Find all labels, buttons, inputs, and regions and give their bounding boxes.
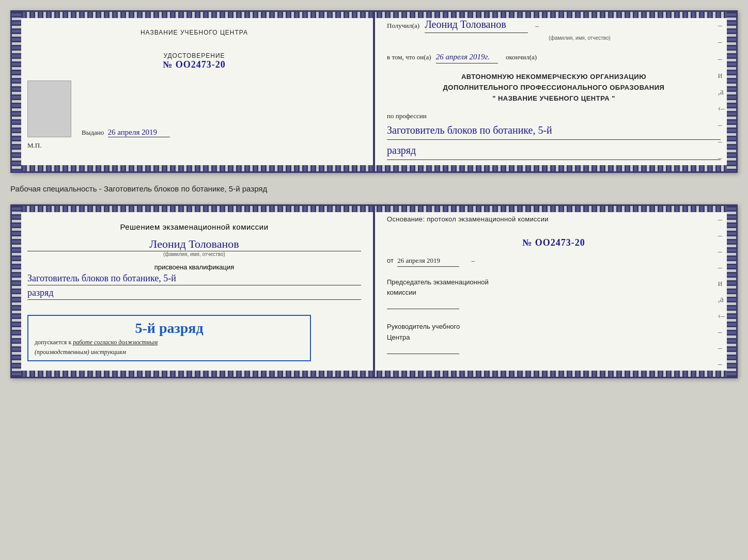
- profession-text-1: Заготовитель блоков по ботанике, 5-й: [387, 122, 721, 140]
- org-block: АВТОНОМНУЮ НЕКОММЕРЧЕСКУЮ ОРГАНИЗАЦИЮ ДО…: [387, 72, 721, 104]
- document-book-1: НАЗВАНИЕ УЧЕБНОГО ЦЕНТРА УДОСТОВЕРЕНИЕ №…: [10, 10, 738, 173]
- org-line1: АВТОНОМНУЮ НЕКОММЕРЧЕСКУЮ ОРГАНИЗАЦИЮ: [387, 72, 721, 83]
- doc2-fio-subtitle: (фамилия, имя, отчество): [27, 251, 361, 257]
- grade-big-text: 5-й разряд: [35, 320, 304, 337]
- cert-number: № OO2473-20: [27, 59, 361, 70]
- ot-label: от: [387, 257, 394, 264]
- grade-box: 5-й разряд допускается к работе согласно…: [27, 315, 311, 361]
- rukovoditel-signature-line: [387, 354, 459, 354]
- right-dashes-2: ––––и,а‹––––: [718, 211, 725, 372]
- vtom-label: в том, что он(а): [387, 53, 431, 61]
- razryad-text-1: разряд: [387, 142, 721, 160]
- org-name: НАЗВАНИЕ УЧЕБНОГО ЦЕНТРА: [498, 94, 610, 102]
- org-name-line: " НАЗВАНИЕ УЧЕБНОГО ЦЕНТРА ": [387, 93, 721, 104]
- mp-label: М.П.: [27, 141, 361, 150]
- protocol-block: № OO2473-20: [387, 235, 721, 250]
- rukovoditel-block: Руководитель учебного Центра: [387, 322, 721, 354]
- vydano-label: Выдано: [82, 129, 104, 136]
- doc2-right-page: ––––и,а‹–––– Основание: протокол экзамен…: [375, 206, 736, 377]
- doc1-right-page: –––и,а‹–––– Получил(а) Леонид Толованов …: [375, 12, 736, 171]
- recipient-line-1: Получил(а) Леонид Толованов –: [387, 16, 721, 33]
- vydano-date: 26 апреля 2019: [108, 128, 170, 137]
- doc2-left-page: Решением экзаменационной комиссии Леонид…: [12, 206, 375, 377]
- org-line2: ДОПОЛНИТЕЛЬНОГО ПРОФЕССИОНАЛЬНОГО ОБРАЗО…: [387, 83, 721, 93]
- ot-block: от 26 апреля 2019 –: [387, 255, 721, 267]
- right-decoration-1: [727, 12, 736, 171]
- photo-placeholder: [27, 81, 71, 137]
- dopuskaetsya-label: допускается к: [35, 339, 71, 346]
- protocol-number: № OO2473-20: [387, 235, 721, 250]
- grade-box-container: 5-й разряд допускается к работе согласно…: [27, 307, 361, 365]
- po-professii-label: по профессии: [387, 111, 721, 122]
- page-container: НАЗВАНИЕ УЧЕБНОГО ЦЕНТРА УДОСТОВЕРЕНИЕ №…: [10, 10, 738, 378]
- dopuskaetsya-work: работе согласно должностным: [73, 339, 158, 346]
- okonchil-label: окончил(а): [506, 53, 537, 61]
- osnование-label: Основание: протокол экзаменационной коми…: [387, 215, 549, 223]
- doc1-bottom-row: Выдано 26 апреля 2019: [27, 81, 361, 137]
- vydano-block: Выдано 26 апреля 2019: [82, 128, 170, 137]
- resheniem-title: Решением экзаменационной комиссии: [27, 221, 361, 232]
- predsedatel-block: Председатель экзаменационной комиссии: [387, 277, 721, 310]
- doc1-header: НАЗВАНИЕ УЧЕБНОГО ЦЕНТРА: [27, 27, 361, 37]
- vtom-date: 26 апреля 2019г.: [436, 51, 498, 63]
- doc2-recipient-name: Леонид Толованов: [27, 237, 361, 251]
- rukovoditel-line2: Центра: [387, 332, 721, 343]
- poluchil-label: Получил(а): [387, 21, 419, 31]
- prisvoena-label: присвоена квалификация: [27, 263, 361, 271]
- doc1-left-page: НАЗВАНИЕ УЧЕБНОГО ЦЕНТРА УДОСТОВЕРЕНИЕ №…: [12, 12, 375, 171]
- document-book-2: Решением экзаменационной комиссии Леонид…: [10, 204, 738, 378]
- doc2-razryad: разряд: [27, 287, 361, 300]
- specialty-label: Рабочая специальность - Заготовитель бло…: [10, 182, 738, 195]
- predsedatel-line2: комиссии: [387, 287, 721, 298]
- doc1-center-name: НАЗВАНИЕ УЧЕБНОГО ЦЕНТРА: [141, 29, 248, 36]
- doc2-qualification: Заготовитель блоков по ботанике, 5-й: [27, 273, 361, 285]
- rukovoditel-line1: Руководитель учебного: [387, 322, 721, 332]
- instruktsii-text: (производственным) инструкциям: [35, 348, 304, 356]
- org-quote1: ": [492, 94, 496, 102]
- fio-subtitle-1: (фамилия, имя, отчество): [439, 34, 721, 42]
- cert-block: УДОСТОВЕРЕНИЕ № OO2473-20: [27, 52, 361, 70]
- vydano-line: Выдано 26 апреля 2019: [82, 128, 170, 137]
- doc2-recipient-line: Леонид Толованов (фамилия, имя, отчество…: [27, 237, 361, 257]
- org-quote2: ": [612, 94, 615, 102]
- recipient-name-1: Леонид Толованов: [425, 16, 528, 33]
- right-decoration-2: [727, 206, 736, 377]
- osnование-block: Основание: протокол экзаменационной коми…: [387, 214, 721, 225]
- ot-date: 26 апреля 2019: [397, 255, 459, 267]
- right-dashes-1: –––и,а‹––––: [718, 17, 725, 166]
- predsedatel-line1: Председатель экзаменационной: [387, 277, 721, 288]
- predsedatel-signature-line: [387, 309, 459, 309]
- dopuskaetsya-text: допускается к работе согласно должностны…: [35, 339, 304, 346]
- vtom-line: в том, что он(а) 26 апреля 2019г. окончи…: [387, 51, 721, 63]
- cert-label: УДОСТОВЕРЕНИЕ: [27, 52, 361, 59]
